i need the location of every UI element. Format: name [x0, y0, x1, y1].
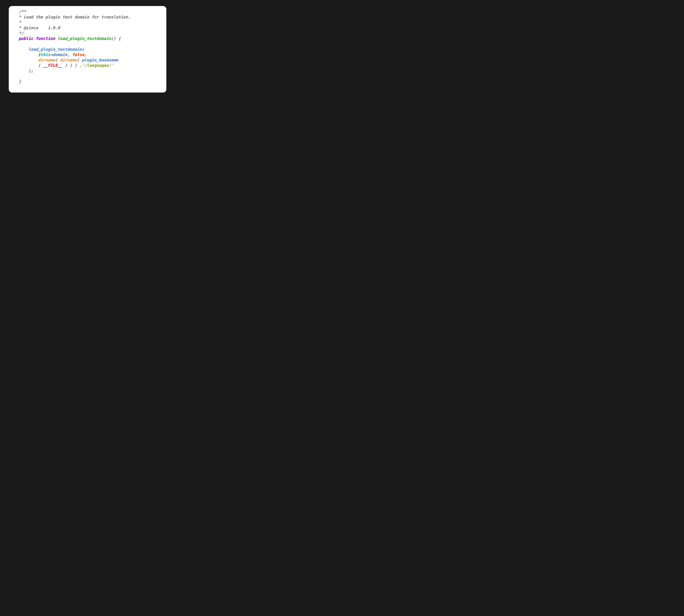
comma-2: , [84, 52, 87, 57]
property-domain: domain [53, 52, 67, 57]
open-brace: { [116, 36, 121, 41]
literal-false: false [72, 52, 84, 57]
string-languages: '/languages/' [82, 63, 113, 68]
paren-pair: () [111, 36, 116, 41]
keyword-public: public [19, 36, 33, 41]
variable-this: $this [38, 52, 50, 57]
close-brace: } [19, 79, 21, 84]
code-snippet-container: /** * Load the plugin text domain for tr… [9, 6, 166, 92]
paren-open-1: ( [55, 58, 58, 62]
concat-dot: . [77, 63, 82, 68]
comment-close: */ [19, 31, 24, 36]
arrow-operator: → [50, 52, 53, 57]
paren-open-2: ( [77, 58, 79, 62]
call-dirname-2: dirname [60, 58, 77, 62]
comment-line-1: * Load the plugin text domain for transl… [19, 15, 130, 19]
keyword-function: function [36, 36, 55, 41]
paren-open-3: ( [38, 63, 41, 68]
paren-close-triple: ) ) ) [62, 63, 77, 68]
comment-open: /** [19, 9, 26, 14]
call-load-plugin-textdomain: load_plugin_textdomain [28, 47, 82, 51]
call-close: ); [28, 68, 33, 73]
comment-version: 1.0.0 [48, 25, 60, 30]
function-name: load_plugin_textdomain [58, 36, 111, 41]
call-open-paren: ( [82, 47, 84, 51]
comment-line-2: * [19, 20, 21, 25]
call-dirname-1: dirname [38, 58, 55, 62]
magic-file: __FILE__ [43, 63, 62, 68]
comma-1: , [67, 52, 70, 57]
comment-since-prefix: * @since [19, 25, 48, 30]
call-plugin-basename: plugin_basename [82, 58, 118, 62]
